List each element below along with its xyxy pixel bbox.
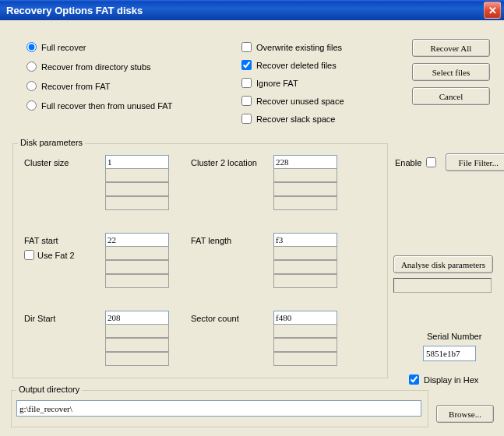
disk-parameters-legend: Disk parameters	[18, 138, 85, 147]
analyse-result-box	[393, 278, 492, 293]
serial-number-input[interactable]	[423, 346, 476, 361]
cluster2-loc-ro-3	[273, 196, 337, 210]
fat-length-ro-3	[273, 274, 337, 288]
dir-start-ro-1	[105, 324, 169, 338]
recover-all-button[interactable]: Recover All	[412, 39, 490, 57]
display-hex-check[interactable]: Display in Hex	[409, 374, 478, 385]
analyse-button[interactable]: Analyse disk parameters	[393, 255, 493, 273]
options-check-group: Overwrite existing files Recover deleted…	[241, 42, 344, 124]
radio-directory-stubs[interactable]: Recover from directory stubs	[26, 62, 173, 72]
file-filter-button[interactable]: File Filter...	[446, 153, 504, 171]
close-icon: ✕	[488, 5, 497, 16]
radio-full-then-unused-input[interactable]	[26, 100, 37, 111]
check-unused-space[interactable]: Recover unused space	[241, 96, 344, 106]
display-hex-label: Display in Hex	[424, 375, 478, 385]
check-overwrite-label: Overwrite existing files	[256, 43, 342, 52]
cluster2-loc-label: Cluster 2 location	[191, 158, 257, 167]
radio-full-recover[interactable]: Full recover	[26, 42, 173, 52]
cluster-size-ro-2	[105, 182, 169, 196]
sector-count-ro-1	[273, 324, 337, 338]
fat-length-ro-2	[273, 260, 337, 274]
dir-start-input[interactable]	[105, 311, 169, 325]
check-deleted-label: Recover deleted files	[256, 61, 337, 70]
fat-length-stack	[273, 233, 337, 288]
sector-count-ro-2	[273, 338, 337, 352]
disk-parameters-fieldset: Disk parameters Cluster size Cluster 2 l…	[12, 143, 388, 378]
radio-from-fat[interactable]: Recover from FAT	[26, 81, 173, 91]
sector-count-label: Sector count	[191, 314, 239, 323]
serial-number-label: Serial Number	[427, 332, 481, 341]
output-directory-fieldset: Output directory	[11, 390, 428, 427]
check-slack-space-input[interactable]	[241, 114, 252, 124]
action-buttons: Recover All Select files Cancel	[412, 39, 490, 105]
enable-label: Enable	[395, 158, 421, 167]
radio-directory-stubs-label: Recover from directory stubs	[41, 62, 151, 72]
recovery-mode-group: Full recover Recover from directory stub…	[26, 42, 173, 111]
radio-from-fat-input[interactable]	[26, 81, 37, 91]
cluster2-loc-input[interactable]	[273, 155, 337, 169]
titlebar: Recovery Options FAT disks ✕	[0, 0, 504, 20]
check-slack-space[interactable]: Recover slack space	[241, 114, 344, 124]
dialog-body: Full recover Recover from directory stub…	[0, 20, 504, 436]
close-button[interactable]: ✕	[484, 2, 501, 19]
fat-start-ro-3	[105, 274, 169, 288]
fat-start-label: FAT start	[24, 236, 58, 245]
radio-full-then-unused-label: Full recover then from unused FAT	[41, 101, 173, 111]
enable-row: Enable File Filter...	[395, 153, 504, 171]
check-slack-space-label: Recover slack space	[256, 114, 336, 124]
check-ignore-fat-label: Ignore FAT	[256, 79, 298, 88]
check-ignore-fat[interactable]: Ignore FAT	[241, 78, 344, 88]
use-fat2-input[interactable]	[24, 250, 34, 260]
cluster-size-input[interactable]	[105, 155, 169, 169]
dir-start-ro-3	[105, 352, 169, 366]
radio-full-recover-label: Full recover	[41, 43, 86, 52]
cluster2-loc-ro-2	[273, 182, 337, 196]
radio-directory-stubs-input[interactable]	[26, 62, 37, 72]
dir-start-ro-2	[105, 338, 169, 352]
check-overwrite-input[interactable]	[241, 42, 252, 52]
check-deleted[interactable]: Recover deleted files	[241, 60, 344, 70]
fat-length-input[interactable]	[273, 233, 337, 247]
radio-from-fat-label: Recover from FAT	[41, 82, 110, 91]
cluster-size-stack	[105, 155, 169, 210]
enable-checkbox[interactable]	[426, 157, 436, 167]
cancel-button[interactable]: Cancel	[412, 87, 490, 105]
check-overwrite[interactable]: Overwrite existing files	[241, 42, 344, 52]
output-directory-legend: Output directory	[16, 385, 82, 394]
radio-full-recover-input[interactable]	[26, 42, 37, 52]
window-title: Recovery Options FAT disks	[6, 5, 143, 16]
output-directory-input[interactable]	[16, 400, 421, 417]
display-hex-input[interactable]	[409, 374, 419, 385]
use-fat2-check[interactable]: Use Fat 2	[24, 250, 75, 260]
fat-start-input[interactable]	[105, 233, 169, 247]
fat-length-label: FAT length	[191, 236, 231, 245]
fat-start-ro-1	[105, 246, 169, 260]
check-unused-space-label: Recover unused space	[256, 97, 344, 106]
fat-start-stack	[105, 233, 169, 288]
use-fat2-label: Use Fat 2	[37, 251, 75, 260]
cluster2-loc-ro-1	[273, 168, 337, 182]
browse-button[interactable]: Browse...	[436, 405, 494, 423]
sector-count-input[interactable]	[273, 311, 337, 325]
select-files-button[interactable]: Select files	[412, 63, 490, 81]
cluster-size-label: Cluster size	[24, 158, 69, 167]
check-ignore-fat-input[interactable]	[241, 78, 252, 88]
cluster-size-ro-3	[105, 196, 169, 210]
check-unused-space-input[interactable]	[241, 96, 252, 106]
dir-start-stack	[105, 311, 169, 366]
fat-length-ro-1	[273, 246, 337, 260]
sector-count-stack	[273, 311, 337, 366]
sector-count-ro-3	[273, 352, 337, 366]
check-deleted-input[interactable]	[241, 60, 252, 70]
cluster-size-ro-1	[105, 168, 169, 182]
cluster2-loc-stack	[273, 155, 337, 210]
radio-full-then-unused[interactable]: Full recover then from unused FAT	[26, 100, 173, 111]
fat-start-ro-2	[105, 260, 169, 274]
dir-start-label: Dir Start	[24, 314, 55, 323]
